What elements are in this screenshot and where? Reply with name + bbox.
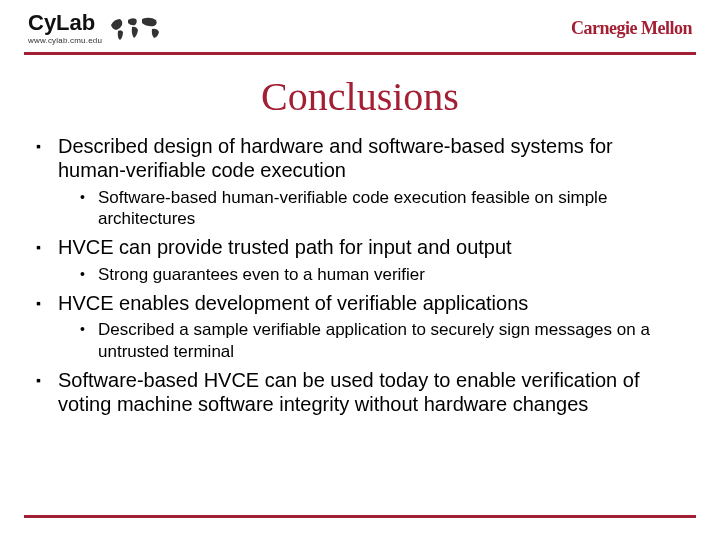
slide-content: Described design of hardware and softwar… [0,134,720,417]
sub-list-item: Strong guarantees even to a human verifi… [58,264,684,285]
cylab-url: www.cylab.cmu.edu [28,36,102,45]
sub-list-item: Software-based human-verifiable code exe… [58,187,684,230]
cylab-logo-block: CyLab www.cylab.cmu.edu [28,12,166,45]
cylab-logo-text-block: CyLab www.cylab.cmu.edu [28,12,102,45]
list-item: HVCE enables development of verifiable a… [36,291,684,362]
slide-header: CyLab www.cylab.cmu.edu Carnegie Mellon [0,0,720,52]
list-item: Described design of hardware and softwar… [36,134,684,229]
top-rule [24,52,696,55]
bullet-text: Software-based HVCE can be used today to… [58,369,639,415]
cylab-wordmark: CyLab [28,12,102,34]
bottom-rule [24,515,696,518]
sub-list: Described a sample verifiable applicatio… [58,319,684,362]
carnegie-mellon-wordmark: Carnegie Mellon [571,18,692,39]
bullet-text: Described design of hardware and softwar… [58,135,613,181]
bullet-text: HVCE enables development of verifiable a… [58,292,528,314]
slide-title: Conclusions [0,73,720,120]
sub-list: Strong guarantees even to a human verifi… [58,264,684,285]
sub-list: Software-based human-verifiable code exe… [58,187,684,230]
bullet-list: Described design of hardware and softwar… [36,134,684,417]
list-item: HVCE can provide trusted path for input … [36,235,684,285]
list-item: Software-based HVCE can be used today to… [36,368,684,417]
sub-list-item: Described a sample verifiable applicatio… [58,319,684,362]
bullet-text: HVCE can provide trusted path for input … [58,236,512,258]
world-map-icon [108,13,166,43]
